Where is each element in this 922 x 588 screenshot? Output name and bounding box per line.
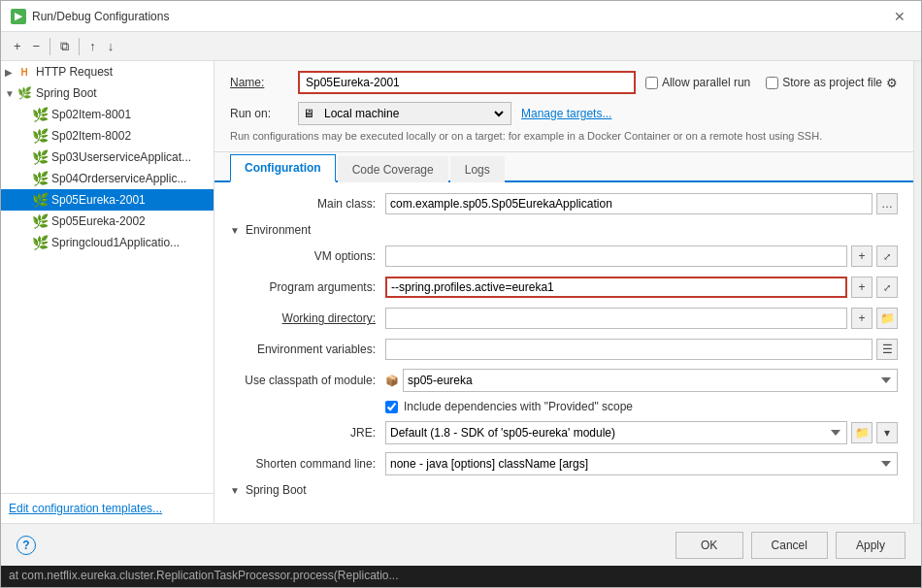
left-panel: ▶ H HTTP Request ▼ 🌿 Spring Boot 🌿 xyxy=(1,61,214,523)
toolbar-separator-2 xyxy=(79,38,80,55)
name-input[interactable] xyxy=(298,71,636,94)
classpath-row: Use classpath of module: 📦 sp05-eureka xyxy=(230,369,898,392)
program-add-button[interactable]: + xyxy=(851,277,873,298)
sidebar-item-spring-boot[interactable]: ▼ 🌿 Spring Boot xyxy=(1,82,214,104)
main-class-row: Main class: … xyxy=(230,192,898,215)
sidebar-item-label: Sp02Item-8001 xyxy=(51,108,131,121)
shorten-cmd-label: Shorten command line: xyxy=(230,457,385,471)
section-collapse-icon: ▼ xyxy=(230,225,240,236)
env-variables-input[interactable] xyxy=(385,339,873,360)
env-variables-field-wrapper: ☰ xyxy=(385,339,898,360)
gear-icon[interactable]: ⚙ xyxy=(886,76,898,90)
spring-icon: 🌿 xyxy=(32,192,48,208)
spring-icon: 🌿 xyxy=(32,171,48,186)
move-up-button[interactable]: ↑ xyxy=(84,36,101,56)
spring-boot-section-header[interactable]: ▼ Spring Boot xyxy=(230,483,898,497)
allow-parallel-label: Allow parallel run xyxy=(662,76,750,89)
spring-icon: 🌿 xyxy=(32,107,48,122)
spring-boot-folder-icon: 🌿 xyxy=(16,85,32,101)
tab-configuration[interactable]: Configuration xyxy=(230,154,336,182)
sidebar-item-label: Sp05Eureka-2002 xyxy=(51,214,146,228)
store-project-option[interactable]: Store as project file ⚙ xyxy=(766,76,898,90)
jre-label: JRE: xyxy=(230,426,385,440)
env-browse-button[interactable]: ☰ xyxy=(876,339,898,360)
sidebar-item-label: Sp02Item-8002 xyxy=(51,129,131,143)
add-config-button[interactable]: + xyxy=(9,36,26,56)
sidebar-item-label: Spring Boot xyxy=(36,86,97,100)
spring-icon: 🌿 xyxy=(32,235,48,250)
name-label: Name: xyxy=(230,76,288,89)
config-header: Name: Allow parallel run Store as projec… xyxy=(214,61,913,152)
working-dir-browse-button[interactable]: 📁 xyxy=(876,308,898,329)
program-args-row: Program arguments: + ⤢ xyxy=(230,276,898,299)
store-project-label: Store as project file xyxy=(782,76,882,89)
jre-select-wrapper: Default (1.8 - SDK of 'sp05-eureka' modu… xyxy=(385,421,898,444)
vm-add-button[interactable]: + xyxy=(851,245,873,267)
move-down-button[interactable]: ↓ xyxy=(103,36,119,56)
main-class-label: Main class: xyxy=(230,197,385,211)
sidebar-item-label: Springcloud1Applicatio... xyxy=(51,236,180,249)
bottom-bar: ? OK Cancel Apply xyxy=(1,523,921,566)
include-deps-label: Include dependencies with "Provided" sco… xyxy=(404,400,633,413)
sidebar-item-sp05eureka-2002[interactable]: 🌿 Sp05Eureka-2002 xyxy=(1,211,214,232)
config-body: Main class: … ▼ Environment VM options: xyxy=(214,182,913,523)
program-expand-button[interactable]: ⤢ xyxy=(876,277,898,298)
edit-config-section: Edit configuration templates... xyxy=(1,493,214,523)
manage-targets-link[interactable]: Manage targets... xyxy=(521,107,611,120)
program-args-input[interactable] xyxy=(385,277,847,298)
run-on-dropdown[interactable]: 🖥 Local machine xyxy=(298,102,511,125)
sidebar-item-label: Sp03UserserviceApplicat... xyxy=(51,150,191,164)
jre-select[interactable]: Default (1.8 - SDK of 'sp05-eureka' modu… xyxy=(385,421,847,444)
main-class-browse-button[interactable]: … xyxy=(876,193,898,214)
tab-logs[interactable]: Logs xyxy=(450,156,505,182)
tree-arrow: ▶ xyxy=(5,67,16,78)
store-project-checkbox[interactable] xyxy=(766,77,778,89)
config-options: Allow parallel run Store as project file… xyxy=(645,76,898,90)
working-dir-input[interactable] xyxy=(385,308,847,329)
tab-code-coverage[interactable]: Code Coverage xyxy=(338,156,448,182)
sidebar-item-sp04orderservice[interactable]: 🌿 Sp04OrderserviceApplic... xyxy=(1,168,214,189)
jre-browse-button[interactable]: 📁 xyxy=(851,422,873,443)
sidebar-item-sp05eureka-2001[interactable]: 🌿 Sp05Eureka-2001 xyxy=(1,189,214,211)
sidebar-item-sp02item-8002[interactable]: 🌿 Sp02Item-8002 xyxy=(1,125,214,147)
spring-icon: 🌿 xyxy=(32,213,48,229)
sidebar-item-label: Sp04OrderserviceApplic... xyxy=(51,172,186,185)
copy-config-button[interactable]: ⧉ xyxy=(55,36,74,57)
sidebar-item-sp02item-8001[interactable]: 🌿 Sp02Item-8001 xyxy=(1,104,214,125)
working-dir-label: Working directory: xyxy=(230,311,385,325)
main-class-input[interactable] xyxy=(385,193,873,214)
tree-arrow: ▼ xyxy=(5,88,16,99)
edit-config-link[interactable]: Edit configuration templates... xyxy=(9,502,162,515)
vm-options-row: VM options: + ⤢ xyxy=(230,245,898,268)
close-button[interactable]: ✕ xyxy=(888,7,911,26)
allow-parallel-checkbox[interactable] xyxy=(645,77,658,89)
classpath-select[interactable]: sp05-eureka xyxy=(403,369,898,392)
vm-expand-button[interactable]: ⤢ xyxy=(876,245,898,267)
sidebar-item-label: Sp05Eureka-2001 xyxy=(51,193,146,207)
right-scrollbar[interactable] xyxy=(913,61,921,523)
spring-boot-collapse-icon: ▼ xyxy=(230,485,240,496)
spring-icon: 🌿 xyxy=(32,128,48,144)
working-dir-add-button[interactable]: + xyxy=(851,308,873,329)
sidebar-item-sp03userservice[interactable]: 🌿 Sp03UserserviceApplicat... xyxy=(1,147,214,168)
apply-button[interactable]: Apply xyxy=(836,532,906,559)
shorten-cmd-wrapper: none - java [options] className [args] xyxy=(385,452,898,475)
cancel-button[interactable]: Cancel xyxy=(751,532,828,559)
allow-parallel-option[interactable]: Allow parallel run xyxy=(645,76,750,89)
sidebar-item-http-request[interactable]: ▶ H HTTP Request xyxy=(1,61,214,82)
dialog-icon: ▶ xyxy=(11,9,26,24)
remove-config-button[interactable]: − xyxy=(28,36,46,56)
include-deps-checkbox[interactable] xyxy=(385,401,398,413)
http-icon: H xyxy=(16,64,32,80)
vm-options-label: VM options: xyxy=(230,249,385,263)
sidebar-item-springcloud1[interactable]: 🌿 Springcloud1Applicatio... xyxy=(1,232,214,253)
jre-dropdown-button[interactable]: ▾ xyxy=(876,422,898,443)
shorten-cmd-select[interactable]: none - java [options] className [args] xyxy=(385,452,898,475)
environment-section-header[interactable]: ▼ Environment xyxy=(230,223,898,237)
help-button[interactable]: ? xyxy=(16,536,36,555)
vm-options-input[interactable] xyxy=(385,245,847,267)
jre-row: JRE: Default (1.8 - SDK of 'sp05-eureka'… xyxy=(230,421,898,444)
run-on-select-input[interactable]: Local machine xyxy=(320,106,507,121)
shorten-cmd-row: Shorten command line: none - java [optio… xyxy=(230,452,898,475)
ok-button[interactable]: OK xyxy=(675,532,743,559)
